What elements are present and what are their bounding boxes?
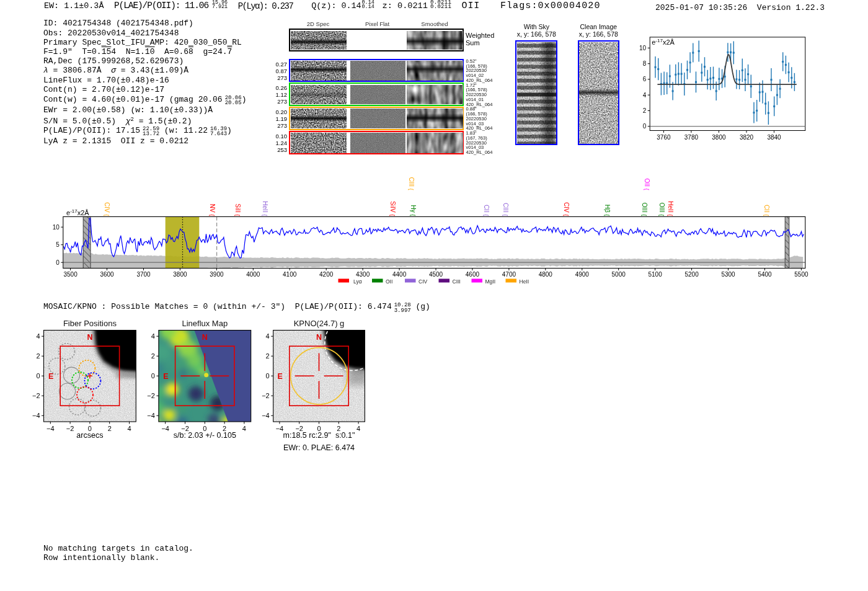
svg-text:4: 4	[643, 92, 647, 99]
svg-text:3800: 3800	[712, 134, 726, 141]
svg-text:E: E	[278, 372, 283, 381]
svg-text:s/b: 2.03 +/- 0.105: s/b: 2.03 +/- 0.105	[174, 431, 236, 440]
svg-text:4700: 4700	[502, 271, 516, 278]
svg-text:4100: 4100	[283, 271, 297, 278]
svg-text:3500: 3500	[63, 271, 78, 278]
svg-text:5: 5	[56, 241, 60, 248]
svg-text:EWr: 0. PLAE: 6.474: EWr: 0. PLAE: 6.474	[283, 443, 355, 452]
svg-text:Lyα: Lyα	[353, 278, 362, 285]
svg-text:4: 4	[242, 425, 246, 432]
svg-text:Hβ {: Hβ {	[604, 205, 611, 216]
svg-text:4000: 4000	[246, 271, 260, 278]
svg-text:6: 6	[643, 76, 647, 82]
svg-text:MgII: MgII	[485, 278, 496, 285]
svg-text:3840: 3840	[767, 134, 781, 141]
svg-text:−4: −4	[262, 412, 270, 419]
svg-text:CII {: CII {	[763, 205, 770, 216]
svg-text:−4: −4	[147, 412, 155, 419]
svg-text:HeII: HeII	[520, 278, 529, 285]
svg-text:2: 2	[266, 352, 270, 360]
svg-text:3900: 3900	[210, 271, 224, 278]
svg-text:m:18.5 rc:2.9" s:0.1": m:18.5 rc:2.9" s:0.1"	[283, 431, 355, 440]
svg-text:0: 0	[151, 372, 155, 380]
svg-text:e-17x2Å: e-17x2Å	[66, 208, 89, 216]
svg-text:CIV: CIV	[418, 278, 428, 285]
svg-text:OII: OII	[386, 278, 392, 285]
svg-text:−2: −2	[32, 392, 40, 399]
svg-text:4300: 4300	[356, 271, 370, 278]
svg-text:HeII {: HeII {	[667, 201, 674, 216]
svg-text:arcsecs: arcsecs	[76, 431, 103, 440]
svg-text:5300: 5300	[721, 271, 735, 278]
svg-text:2: 2	[36, 352, 40, 360]
svg-text:SiIV {: SiIV {	[389, 201, 396, 216]
svg-text:10: 10	[53, 224, 60, 231]
svg-text:N: N	[316, 333, 322, 342]
svg-text:−4: −4	[46, 425, 55, 432]
svg-text:0: 0	[266, 372, 270, 380]
svg-text:−2: −2	[262, 392, 270, 399]
svg-text:CIII {: CIII {	[408, 177, 415, 190]
svg-text:4: 4	[36, 332, 40, 340]
svg-text:4: 4	[151, 332, 155, 340]
svg-text:0: 0	[56, 259, 60, 266]
svg-text:E: E	[163, 372, 168, 381]
svg-text:10: 10	[639, 45, 647, 51]
svg-text:4: 4	[127, 425, 131, 432]
svg-text:Fiber Positions: Fiber Positions	[63, 319, 117, 328]
svg-text:KPNO(24.7) g: KPNO(24.7) g	[294, 319, 345, 328]
svg-text:N: N	[87, 333, 92, 342]
svg-text:N: N	[202, 333, 208, 342]
svg-text:NV {: NV {	[209, 204, 216, 216]
svg-text:2: 2	[643, 107, 647, 114]
svg-text:3800: 3800	[173, 271, 187, 278]
svg-text:0: 0	[36, 372, 40, 380]
svg-text:Hγ {: Hγ {	[410, 205, 417, 216]
svg-text:SiII {: SiII {	[234, 203, 241, 216]
svg-text:2: 2	[151, 352, 155, 360]
svg-text:3780: 3780	[684, 134, 699, 141]
svg-text:3600: 3600	[100, 271, 114, 278]
svg-text:4200: 4200	[319, 271, 334, 278]
svg-text:4: 4	[356, 425, 360, 432]
svg-text:CIII {: CIII {	[502, 203, 509, 216]
svg-text:E: E	[48, 372, 53, 381]
svg-text:5000: 5000	[612, 271, 626, 278]
svg-text:5200: 5200	[684, 271, 699, 278]
svg-text:5100: 5100	[648, 271, 662, 278]
svg-text:OII {: OII {	[644, 179, 650, 190]
svg-text:−4: −4	[276, 425, 284, 432]
svg-text:2: 2	[108, 425, 112, 432]
svg-text:3820: 3820	[740, 134, 754, 141]
svg-text:4500: 4500	[429, 271, 443, 278]
svg-text:Lineflux Map: Lineflux Map	[182, 319, 228, 328]
svg-text:CIV {: CIV {	[104, 202, 110, 216]
svg-text:4800: 4800	[539, 271, 553, 278]
svg-text:5500: 5500	[794, 271, 808, 278]
svg-text:3700: 3700	[136, 271, 151, 278]
svg-text:4: 4	[266, 332, 270, 340]
svg-text:OIII {: OIII {	[641, 203, 648, 216]
svg-text:−2: −2	[147, 392, 155, 399]
svg-text:4900: 4900	[575, 271, 590, 278]
svg-text:CIII: CIII	[453, 278, 461, 285]
svg-text:0: 0	[643, 123, 647, 130]
svg-text:−4: −4	[32, 412, 40, 419]
svg-text:CII {: CII {	[483, 205, 490, 216]
svg-text:4600: 4600	[466, 271, 480, 278]
svg-text:OIII {: OIII {	[658, 203, 665, 216]
svg-text:HeII {: HeII {	[262, 201, 268, 216]
svg-text:CIV {: CIV {	[563, 202, 570, 216]
svg-text:−2: −2	[66, 425, 74, 432]
svg-text:5400: 5400	[758, 271, 772, 278]
svg-text:−4: −4	[161, 425, 169, 432]
svg-text:e-17x2Å: e-17x2Å	[652, 38, 675, 46]
svg-text:4400: 4400	[392, 271, 407, 278]
svg-text:8: 8	[643, 60, 647, 67]
svg-text:3760: 3760	[657, 134, 671, 141]
